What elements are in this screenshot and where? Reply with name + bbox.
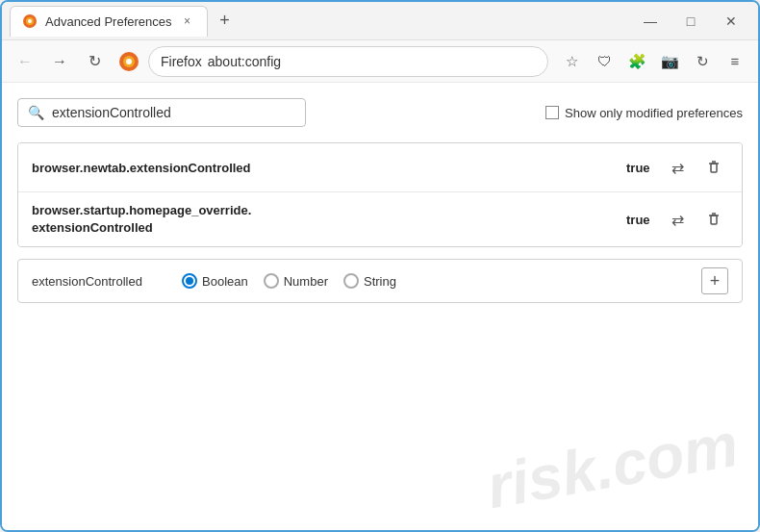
- search-icon: 🔍: [28, 105, 44, 120]
- show-modified-checkbox[interactable]: [545, 106, 559, 119]
- minimize-button[interactable]: —: [631, 6, 670, 37]
- new-tab-button[interactable]: +: [212, 8, 239, 35]
- pref-swap-button-2[interactable]: ⇄: [663, 205, 692, 234]
- pref-name-2: browser.startup.homepage_override.extens…: [32, 202, 611, 237]
- radio-string-circle[interactable]: [343, 273, 359, 289]
- screenshots-icon[interactable]: 📷: [654, 46, 685, 77]
- trash-icon: [706, 212, 722, 227]
- active-tab[interactable]: Advanced Preferences ×: [10, 6, 208, 37]
- shield-icon[interactable]: 🛡: [589, 46, 620, 77]
- watermark: risk.com: [481, 409, 743, 523]
- search-row: 🔍 Show only modified preferences: [17, 98, 743, 127]
- pref-value-1: true: [626, 161, 655, 175]
- radio-boolean-label: Boolean: [202, 274, 248, 289]
- radio-group: Boolean Number String: [182, 273, 396, 289]
- add-preference-button[interactable]: +: [701, 267, 728, 294]
- svg-rect-9: [711, 215, 717, 224]
- search-input[interactable]: [52, 105, 295, 120]
- new-pref-name-label: extensionControlled: [32, 274, 166, 289]
- close-button[interactable]: ✕: [712, 6, 750, 37]
- pref-name-1: browser.newtab.extensionControlled: [32, 161, 611, 175]
- nav-icons: ☆ 🛡 🧩 📷 ↻ ≡: [556, 46, 750, 77]
- table-row: browser.startup.homepage_override.extens…: [18, 192, 742, 246]
- show-modified-label: Show only modified preferences: [565, 106, 743, 120]
- preference-search-box[interactable]: 🔍: [17, 98, 306, 127]
- extension-icon[interactable]: 🧩: [621, 46, 652, 77]
- radio-number[interactable]: Number: [264, 273, 328, 289]
- radio-boolean[interactable]: Boolean: [182, 273, 248, 289]
- sync-icon[interactable]: ↻: [687, 46, 718, 77]
- radio-boolean-circle[interactable]: [182, 273, 197, 289]
- forward-button[interactable]: →: [44, 46, 75, 77]
- pref-actions-2: ⇄: [663, 205, 728, 234]
- address-bar[interactable]: Firefox about:config: [148, 46, 548, 77]
- svg-point-5: [126, 59, 132, 64]
- tab-close-button[interactable]: ×: [180, 13, 195, 29]
- menu-icon[interactable]: ≡: [720, 46, 750, 77]
- bookmark-icon[interactable]: ☆: [556, 46, 587, 77]
- reload-button[interactable]: ↻: [79, 46, 110, 77]
- tab-title: Advanced Preferences: [45, 14, 172, 29]
- show-modified-container: Show only modified preferences: [545, 106, 743, 120]
- browser-window: Advanced Preferences × + — □ ✕ ← → ↻ Fir…: [0, 0, 760, 532]
- new-preference-row: extensionControlled Boolean Number Strin…: [17, 259, 743, 303]
- nav-bar: ← → ↻ Firefox about:config ☆ 🛡 🧩 📷 ↻ ≡: [2, 40, 758, 83]
- pref-delete-button-1[interactable]: [699, 153, 728, 182]
- radio-string-label: String: [364, 274, 396, 289]
- address-text: about:config: [208, 54, 281, 69]
- svg-point-2: [28, 19, 32, 23]
- tab-favicon-icon: [22, 13, 38, 29]
- radio-number-circle[interactable]: [264, 273, 279, 289]
- back-button[interactable]: ←: [10, 46, 40, 77]
- radio-string[interactable]: String: [343, 273, 396, 289]
- radio-number-label: Number: [284, 274, 328, 289]
- pref-actions-1: ⇄: [663, 153, 728, 182]
- trash-icon: [706, 160, 722, 175]
- svg-rect-6: [711, 164, 717, 172]
- firefox-logo-icon: [117, 50, 140, 73]
- window-controls: — □ ✕: [631, 6, 750, 37]
- preferences-table: browser.newtab.extensionControlled true …: [17, 142, 743, 247]
- site-name-label: Firefox: [161, 54, 202, 69]
- pref-value-2: true: [626, 213, 655, 227]
- pref-delete-button-2[interactable]: [699, 205, 728, 234]
- maximize-button[interactable]: □: [671, 6, 710, 37]
- page-content: 🔍 Show only modified preferences browser…: [2, 83, 758, 530]
- table-row: browser.newtab.extensionControlled true …: [18, 143, 742, 192]
- pref-swap-button-1[interactable]: ⇄: [663, 153, 692, 182]
- title-bar: Advanced Preferences × + — □ ✕: [2, 2, 758, 40]
